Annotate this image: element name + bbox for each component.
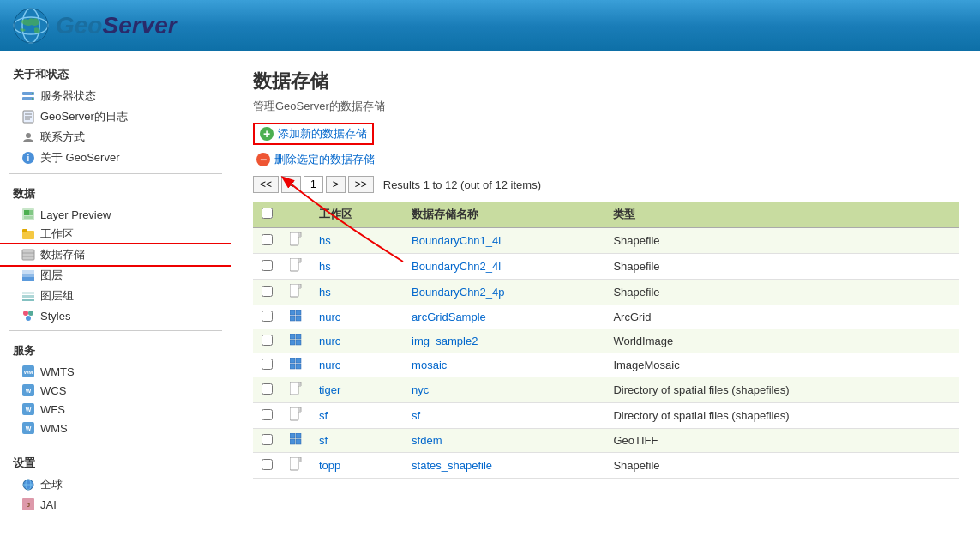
- sidebar-section-settings: 设置: [0, 449, 231, 474]
- row-name[interactable]: BoundaryChn1_4l: [403, 228, 604, 254]
- row-icon: [281, 280, 310, 305]
- svg-rect-73: [290, 433, 295, 438]
- row-name[interactable]: BoundaryChn2_4p: [403, 280, 604, 305]
- svg-rect-64: [296, 358, 301, 363]
- svg-text:W: W: [26, 425, 32, 431]
- sidebar-item-layergroup[interactable]: 图层组: [0, 286, 231, 306]
- pagination-last[interactable]: >>: [348, 176, 374, 193]
- sidebar-item-layer-preview[interactable]: Layer Preview: [0, 205, 231, 224]
- sidebar-item-wcs[interactable]: W WCS: [0, 381, 231, 400]
- row-workspace[interactable]: hs: [310, 280, 403, 305]
- row-checkbox[interactable]: [262, 383, 273, 395]
- row-checkbox[interactable]: [262, 434, 273, 445]
- sidebar-label-wcs: WCS: [40, 384, 66, 397]
- sidebar-item-about[interactable]: i 关于 GeoServer: [0, 148, 231, 168]
- row-workspace[interactable]: nurc: [310, 353, 403, 377]
- row-icon: [281, 228, 310, 254]
- row-workspace[interactable]: topp: [310, 453, 403, 479]
- sidebar-item-geoserver-log[interactable]: GeoServer的日志: [0, 106, 231, 127]
- svg-rect-26: [22, 270, 34, 274]
- sidebar-label-jai: JAI: [40, 498, 57, 511]
- jai-icon: J: [21, 498, 35, 511]
- row-workspace[interactable]: nurc: [310, 329, 403, 353]
- sidebar-item-global[interactable]: 全球: [0, 474, 231, 495]
- svg-rect-46: [290, 232, 298, 245]
- row-icon: [281, 453, 310, 479]
- row-name[interactable]: mosaic: [403, 353, 604, 377]
- svg-rect-20: [22, 229, 27, 232]
- sidebar-item-wfs[interactable]: W WFS: [0, 400, 231, 419]
- add-datastore-button[interactable]: + 添加新的数据存储: [253, 123, 374, 145]
- pagination-first[interactable]: <<: [253, 176, 279, 193]
- sidebar-item-wmts[interactable]: WM WMTS: [0, 362, 231, 381]
- contact-icon: [21, 130, 35, 144]
- sidebar-item-wms[interactable]: W WMS: [0, 419, 231, 437]
- row-workspace[interactable]: sf: [310, 429, 403, 453]
- row-kind: Shapefile: [604, 280, 959, 305]
- svg-rect-24: [22, 277, 34, 281]
- row-checkbox[interactable]: [262, 311, 273, 322]
- row-name[interactable]: nyc: [403, 377, 604, 403]
- row-checkbox[interactable]: [262, 459, 273, 470]
- row-checkbox[interactable]: [262, 286, 273, 297]
- svg-rect-57: [290, 316, 295, 321]
- sidebar-item-server-status[interactable]: 服务器状态: [0, 86, 231, 106]
- delete-icon: −: [256, 153, 270, 166]
- sidebar-label-styles: Styles: [40, 310, 70, 323]
- select-all-checkbox[interactable]: [262, 208, 273, 219]
- sidebar-item-layer[interactable]: 图层: [0, 265, 231, 286]
- sidebar-item-workspace[interactable]: 工作区: [0, 224, 231, 244]
- row-name[interactable]: sfdem: [403, 429, 604, 453]
- svg-rect-52: [290, 284, 298, 297]
- row-workspace[interactable]: tiger: [310, 377, 403, 403]
- pagination-next[interactable]: >: [326, 176, 346, 193]
- row-checkbox[interactable]: [262, 260, 273, 271]
- svg-rect-60: [296, 334, 301, 339]
- datastore-icon: [21, 248, 35, 262]
- wfs-icon: W: [21, 402, 35, 416]
- row-checkbox[interactable]: [262, 335, 273, 346]
- row-name[interactable]: arcGridSample: [403, 305, 604, 329]
- row-workspace[interactable]: nurc: [310, 305, 403, 329]
- row-checkbox[interactable]: [262, 359, 273, 370]
- sidebar-item-datastore[interactable]: 数据存储: [0, 244, 231, 265]
- sidebar-item-contact[interactable]: 联系方式: [0, 127, 231, 148]
- row-icon: [281, 377, 310, 403]
- svg-rect-62: [296, 340, 301, 345]
- table-row: hsBoundaryChn2_4pShapefile: [253, 280, 959, 305]
- row-workspace[interactable]: hs: [310, 254, 403, 280]
- sidebar-divider-2: [9, 330, 222, 331]
- pagination-prev[interactable]: <: [281, 176, 301, 193]
- table-row: nurcarcGridSampleArcGrid: [253, 305, 959, 329]
- row-workspace[interactable]: sf: [310, 403, 403, 429]
- sidebar-item-jai[interactable]: J JAI: [0, 495, 231, 514]
- row-name[interactable]: img_sample2: [403, 329, 604, 353]
- row-checkbox[interactable]: [262, 234, 273, 245]
- svg-point-31: [28, 311, 33, 316]
- row-name[interactable]: sf: [403, 403, 604, 429]
- row-name[interactable]: BoundaryChn2_4l: [403, 254, 604, 280]
- sidebar-label-workspace: 工作区: [40, 226, 74, 242]
- svg-rect-63: [290, 358, 295, 363]
- svg-rect-59: [290, 334, 295, 339]
- svg-rect-17: [29, 210, 33, 215]
- row-name[interactable]: states_shapefile: [403, 453, 604, 479]
- row-checkbox[interactable]: [262, 409, 273, 420]
- row-kind: Shapefile: [604, 228, 959, 254]
- delete-datastore-button[interactable]: − 删除选定的数据存储: [256, 152, 959, 167]
- row-icon: [281, 329, 310, 353]
- table-row: toppstates_shapefileShapefile: [253, 453, 959, 479]
- svg-rect-21: [22, 250, 34, 260]
- pagination: << < 1 > >> Results 1 to 12 (out of 12 i…: [253, 176, 959, 193]
- table-row: hsBoundaryChn2_4lShapefile: [253, 254, 959, 280]
- col-workspace-header: 工作区: [310, 202, 403, 228]
- svg-rect-16: [24, 210, 29, 215]
- row-kind: ArcGrid: [604, 305, 959, 329]
- sidebar-item-styles[interactable]: Styles: [0, 306, 231, 325]
- row-workspace[interactable]: hs: [310, 228, 403, 254]
- sidebar-label-global: 全球: [40, 477, 63, 492]
- svg-rect-55: [290, 310, 295, 315]
- svg-rect-66: [296, 364, 301, 369]
- table-row: hsBoundaryChn1_4lShapefile: [253, 228, 959, 254]
- row-kind: Directory of spatial files (shapefiles): [604, 403, 959, 429]
